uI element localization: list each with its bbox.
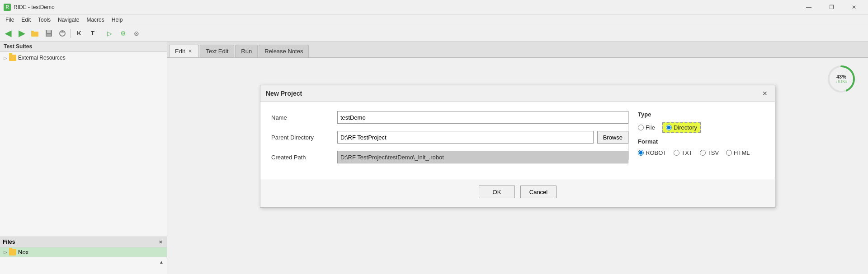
toolbar: ◀ ▶ K T ▷ ⚙ ⊗ <box>0 25 868 42</box>
created-path-label: Created Path <box>271 154 330 161</box>
tab-edit[interactable]: Edit ✕ <box>169 45 199 57</box>
files-item-label: Nox <box>18 249 28 255</box>
files-panel-header: Files ✕ <box>0 237 167 247</box>
menu-bar: File Edit Tools Navigate Macros Help <box>0 14 868 25</box>
toolbar-save-button[interactable] <box>42 27 55 40</box>
created-path-input <box>337 151 628 163</box>
tab-run[interactable]: Run <box>235 45 258 57</box>
tab-release-notes[interactable]: Release Notes <box>259 45 309 57</box>
svg-rect-3 <box>47 30 51 33</box>
format-tsv-radio[interactable] <box>700 150 706 156</box>
toolbar-open-button[interactable] <box>29 27 42 40</box>
type-file-radio[interactable] <box>638 125 644 130</box>
progress-percent: 43% <box>836 74 846 79</box>
files-item-nox[interactable]: ▷ Nox <box>0 247 167 257</box>
test-suites-header: Test Suites <box>0 42 167 52</box>
toolbar-stop-button[interactable]: ⊗ <box>130 27 143 40</box>
dialog-content-flex: Name Parent Directory Browse <box>271 111 764 171</box>
tab-edit-close[interactable]: ✕ <box>187 48 193 54</box>
svg-rect-1 <box>31 31 34 32</box>
dialog-fields: Name Parent Directory Browse <box>271 111 628 171</box>
dialog-footer: OK Cancel <box>260 180 775 207</box>
format-txt-option[interactable]: TXT <box>674 149 693 156</box>
tree-item-external-resources[interactable]: ▷ External Resources <box>2 54 165 62</box>
menu-help[interactable]: Help <box>108 15 127 25</box>
dialog-title: New Project <box>266 90 302 97</box>
format-html-radio[interactable] <box>726 150 732 156</box>
toolbar-run-button[interactable]: ▷ <box>103 27 116 40</box>
files-folder-icon <box>9 249 16 255</box>
format-tsv-label: TSV <box>708 149 719 156</box>
menu-navigate[interactable]: Navigate <box>54 15 83 25</box>
dialog-body: Name Parent Directory Browse <box>260 102 775 180</box>
ok-button[interactable]: OK <box>479 186 515 198</box>
menu-edit[interactable]: Edit <box>18 15 34 25</box>
name-row: Name <box>271 111 628 124</box>
type-section-title: Type <box>638 111 764 118</box>
progress-circle-container: 43% ↓ 0.3K/s <box>826 63 857 96</box>
format-robot-label: ROBOT <box>646 149 666 156</box>
dialog-title-bar: New Project ✕ <box>260 85 775 102</box>
name-input[interactable] <box>337 111 628 124</box>
type-format-section: Type File Directory <box>628 111 764 160</box>
title-bar-controls: — ❐ ✕ <box>798 0 864 14</box>
sidebar-tree: ▷ External Resources <box>0 52 167 146</box>
format-txt-label: TXT <box>681 149 693 156</box>
type-file-option[interactable]: File <box>638 124 655 131</box>
menu-tools[interactable]: Tools <box>34 15 54 25</box>
format-tsv-option[interactable]: TSV <box>700 149 719 156</box>
cancel-button[interactable]: Cancel <box>520 186 557 198</box>
files-expand-icon: ▷ <box>4 250 7 255</box>
menu-file[interactable]: File <box>2 15 18 25</box>
toolbar-reload-button[interactable] <box>56 27 69 40</box>
maximize-button[interactable]: ❐ <box>821 0 842 14</box>
format-html-label: HTML <box>734 149 750 156</box>
parent-dir-input-group: Browse <box>337 131 628 144</box>
name-label: Name <box>271 114 330 121</box>
type-directory-radio[interactable] <box>666 125 672 130</box>
type-directory-option[interactable]: Directory <box>662 122 701 133</box>
files-panel-content: ▷ Nox ▲ <box>0 247 167 274</box>
toolbar-keyword-button[interactable]: K <box>73 27 85 40</box>
close-window-button[interactable]: ✕ <box>844 0 864 14</box>
progress-speed: ↓ 0.3K/s <box>835 80 847 83</box>
progress-circle: 43% ↓ 0.3K/s <box>826 63 857 95</box>
toolbar-back-button[interactable]: ◀ <box>2 27 14 40</box>
toolbar-forward-button[interactable]: ▶ <box>15 27 28 40</box>
browse-button[interactable]: Browse <box>597 131 628 144</box>
toolbar-test-button[interactable]: T <box>86 27 99 40</box>
toolbar-separator-1 <box>71 29 71 38</box>
title-bar-left: R RIDE - testDemo <box>4 4 55 11</box>
type-directory-label: Directory <box>674 124 697 131</box>
files-scroll-up-button[interactable]: ▲ <box>158 258 165 265</box>
format-robot-option[interactable]: ROBOT <box>638 149 666 156</box>
main-layout: Test Suites ▷ External Resources Files ✕… <box>0 42 868 274</box>
tab-release-notes-label: Release Notes <box>264 48 303 55</box>
tab-text-edit[interactable]: Text Edit <box>200 45 234 57</box>
external-resources-label: External Resources <box>18 55 66 61</box>
tab-edit-label: Edit <box>175 48 185 55</box>
type-radio-group: File Directory <box>638 122 764 133</box>
format-robot-radio[interactable] <box>638 150 644 156</box>
type-file-label: File <box>646 124 655 131</box>
format-txt-radio[interactable] <box>674 150 679 156</box>
parent-dir-label: Parent Directory <box>271 134 330 141</box>
toolbar-separator-2 <box>101 29 101 38</box>
close-files-button[interactable]: ✕ <box>157 238 164 246</box>
content-area: Edit ✕ Text Edit Run Release Notes 43% <box>167 42 868 274</box>
toolbar-settings-button[interactable]: ⚙ <box>117 27 129 40</box>
title-bar: R RIDE - testDemo — ❐ ✕ <box>0 0 868 14</box>
minimize-button[interactable]: — <box>798 0 819 14</box>
menu-macros[interactable]: Macros <box>83 15 108 25</box>
created-path-row: Created Path <box>271 151 628 163</box>
new-project-dialog: New Project ✕ Name <box>260 85 775 208</box>
tab-edit-content: 43% ↓ 0.3K/s New Project ✕ <box>167 58 868 274</box>
format-html-option[interactable]: HTML <box>726 149 750 156</box>
svg-rect-4 <box>47 34 51 36</box>
format-section-title: Format <box>638 138 764 145</box>
sidebar: Test Suites ▷ External Resources Files ✕… <box>0 42 167 274</box>
svg-rect-0 <box>31 32 38 37</box>
format-radio-group: ROBOT TXT TSV <box>638 149 764 156</box>
parent-dir-input[interactable] <box>337 131 594 144</box>
dialog-close-button[interactable]: ✕ <box>760 89 769 98</box>
